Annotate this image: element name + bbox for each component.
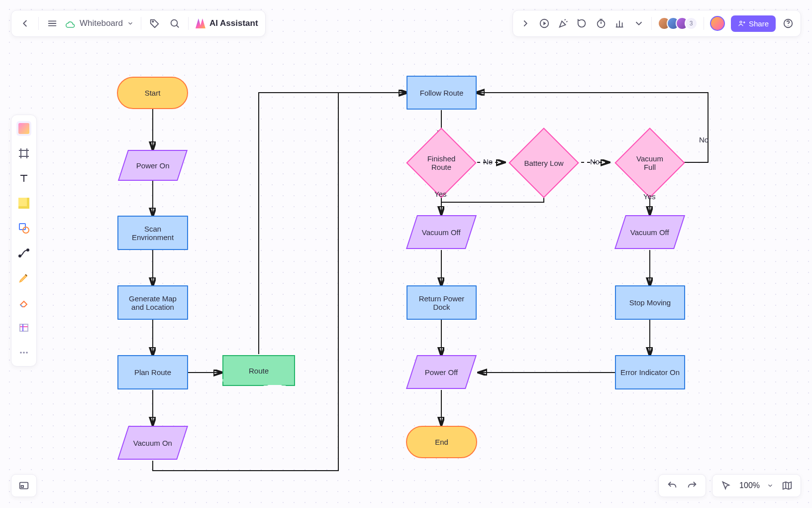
- edge-label-finished-yes: Yes: [434, 190, 446, 198]
- edge-label-finished-no: No: [483, 157, 493, 166]
- node-vacuum-on[interactable]: Vacuum On: [117, 426, 188, 460]
- node-power-off[interactable]: Power Off: [406, 355, 477, 389]
- edge-label-battery-no: No: [590, 157, 600, 166]
- node-battery-low[interactable]: Battery Low: [519, 138, 569, 188]
- node-scan-environment[interactable]: Scan Envrionment: [117, 216, 188, 250]
- node-follow-route[interactable]: Follow Route: [406, 76, 477, 110]
- node-route-document[interactable]: Route: [222, 355, 295, 386]
- node-vacuum-off-left[interactable]: Vacuum Off: [406, 215, 477, 249]
- node-generate-map[interactable]: Generate Map and Location: [117, 285, 188, 320]
- node-power-on[interactable]: Power On: [118, 150, 188, 181]
- node-error-indicator[interactable]: Error Indicator On: [615, 355, 685, 389]
- node-vacuum-full[interactable]: Vacuum Full: [625, 138, 675, 188]
- node-vacuum-off-right[interactable]: Vacuum Off: [614, 215, 685, 249]
- node-return-dock[interactable]: Return Power Dock: [406, 285, 477, 320]
- connectors-layer: [0, 0, 812, 508]
- flowchart-canvas[interactable]: Start Power On Scan Envrionment Generate…: [0, 0, 812, 508]
- node-stop-moving[interactable]: Stop Moving: [615, 285, 685, 320]
- edge-label-vacuum-yes: Yes: [643, 192, 655, 201]
- node-finished-route[interactable]: Finished Route: [416, 138, 466, 188]
- node-end[interactable]: End: [406, 426, 477, 458]
- edge-label-vacuum-no: No: [699, 135, 709, 144]
- node-start[interactable]: Start: [117, 77, 188, 109]
- node-plan-route[interactable]: Plan Route: [117, 355, 188, 389]
